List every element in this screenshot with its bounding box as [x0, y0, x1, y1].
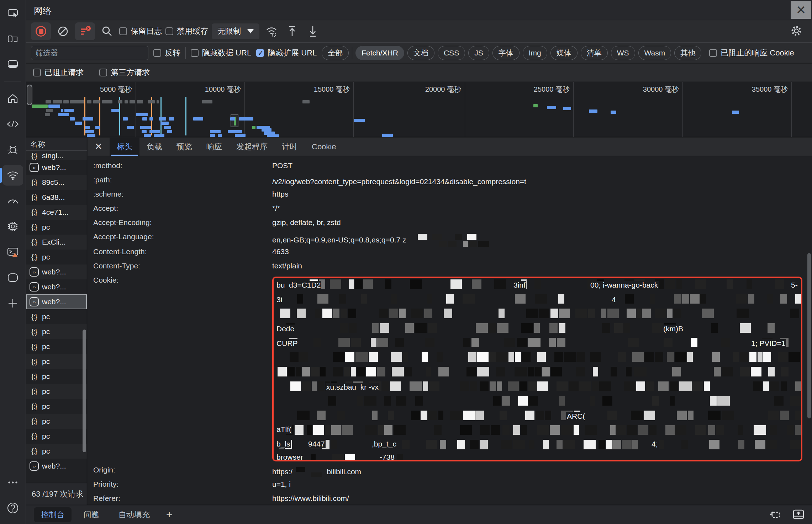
request-row-selected[interactable]: ‹›web?...	[26, 294, 87, 309]
help-icon[interactable]	[2, 498, 23, 518]
settings-gear-button[interactable]	[788, 22, 805, 39]
request-row[interactable]: ‹›web?...	[26, 459, 87, 474]
request-row[interactable]: {:}singl...	[26, 151, 87, 160]
detail-tab-预览[interactable]: 预览	[169, 138, 199, 156]
drawer-tab-自动填充[interactable]: 自动填充	[111, 507, 157, 522]
record-button[interactable]	[31, 22, 51, 40]
redaction-mosaic-cell	[667, 352, 674, 362]
request-row[interactable]: ‹›web?...	[26, 279, 87, 294]
request-row[interactable]: {:}pc	[26, 220, 87, 235]
request-row[interactable]: {:}pc	[26, 399, 87, 414]
network-conditions-button[interactable]	[263, 23, 280, 40]
console-warning-icon[interactable]	[2, 242, 23, 262]
network-overview-timeline[interactable]: 5000 毫秒10000 毫秒15000 毫秒20000 毫秒25000 毫秒3…	[26, 82, 812, 137]
request-row[interactable]: {:}6a38...	[26, 190, 87, 205]
import-har-button[interactable]	[304, 23, 321, 40]
drawer-tab-问题[interactable]: 问题	[77, 507, 106, 522]
detail-tab-cookie[interactable]: Cookie	[305, 138, 343, 156]
export-har-button[interactable]	[284, 23, 301, 40]
request-row[interactable]: {:}pc	[26, 309, 87, 324]
hide-data-urls-checkbox[interactable]: 隐藏数据 URL	[191, 48, 251, 58]
overview-grip[interactable]	[27, 85, 32, 105]
redaction-mosaic-cell	[296, 367, 301, 376]
third-party-requests-checkbox[interactable]: 第三方请求	[99, 67, 150, 78]
filter-button[interactable]	[75, 22, 95, 40]
redaction-mosaic-cell	[349, 279, 354, 289]
detail-tab-负载[interactable]: 负载	[139, 138, 169, 156]
request-row[interactable]: {:}pc	[26, 444, 87, 459]
request-row[interactable]: {:}4ce71...	[26, 205, 87, 220]
request-row[interactable]: {:}pc	[26, 429, 87, 444]
add-panel-icon[interactable]	[2, 293, 23, 314]
window-icon[interactable]	[2, 54, 23, 74]
redaction-mosaic-cell	[515, 367, 527, 376]
bug-icon[interactable]	[2, 139, 23, 160]
redaction-mosaic-cell	[290, 352, 299, 362]
request-row[interactable]: {:}pc	[26, 354, 87, 369]
request-row[interactable]: {:}pc	[26, 384, 87, 399]
document-request-icon: ‹›	[30, 267, 39, 277]
blocked-requests-checkbox[interactable]: 已阻止请求	[33, 67, 84, 78]
filter-chip--[interactable]: 字体	[492, 46, 520, 60]
request-row[interactable]: {:}pc	[26, 414, 87, 429]
memory-icon[interactable]	[2, 216, 23, 237]
request-row[interactable]: {:}ExCli...	[26, 235, 87, 250]
detail-tab-响应[interactable]: 响应	[199, 138, 229, 156]
filter-chip-fetch-xhr[interactable]: Fetch/XHR	[355, 46, 404, 60]
detail-tab-标头[interactable]: 标头	[110, 138, 139, 156]
request-row[interactable]: {:}pc	[26, 250, 87, 264]
name-column-header[interactable]: 名称	[26, 138, 87, 151]
search-button[interactable]	[99, 23, 116, 40]
invert-checkbox[interactable]: 反转	[153, 48, 180, 58]
filter-chip-img[interactable]: Img	[523, 46, 547, 60]
filter-chip--[interactable]: 其他	[674, 46, 701, 60]
waterfall-bar	[63, 100, 69, 103]
code-icon[interactable]	[2, 114, 23, 134]
request-row[interactable]: ‹›web?...	[26, 160, 87, 175]
filter-chip--[interactable]: 媒体	[550, 46, 578, 60]
hide-extension-urls-checkbox[interactable]: 隐藏扩展 URL	[256, 48, 317, 58]
network-icon[interactable]	[2, 165, 23, 186]
request-list-scrollbar[interactable]	[83, 330, 86, 452]
request-row[interactable]: ‹›web?...	[26, 264, 87, 279]
request-row[interactable]: {:}pc	[26, 369, 87, 384]
filter-input[interactable]	[31, 46, 148, 60]
inspect-icon[interactable]	[2, 2, 23, 23]
filter-chip-wasm[interactable]: Wasm	[638, 46, 671, 60]
request-row[interactable]: {:}pc	[26, 324, 87, 339]
timeline-tick-label: 15000 毫秒	[314, 85, 353, 94]
redaction-mosaic-cell	[766, 440, 777, 449]
filter-chip-ws[interactable]: WS	[611, 46, 635, 60]
home-icon[interactable]	[2, 88, 23, 109]
filter-chip-css[interactable]: CSS	[438, 46, 465, 60]
request-row[interactable]: {:}89c5...	[26, 175, 87, 190]
expand-panel-button[interactable]	[791, 507, 806, 523]
close-detail-button[interactable]: ✕	[88, 138, 110, 156]
detail-tab-计时[interactable]: 计时	[275, 138, 305, 156]
close-button[interactable]: ✕	[791, 1, 811, 19]
add-tab-icon[interactable]: +	[162, 509, 177, 521]
checkbox	[709, 49, 717, 57]
blocked-response-cookies-checkbox[interactable]: 已阻止的响应 Cookie	[709, 48, 794, 58]
redaction-mosaic-cell	[450, 279, 462, 289]
filter-chip--[interactable]: 文档	[407, 46, 434, 60]
device-toolbar-icon[interactable]	[2, 28, 23, 49]
filter-chip--[interactable]: 全部	[322, 46, 349, 60]
redaction-mosaic-cell	[330, 279, 341, 289]
redaction-mosaic-cell	[302, 381, 311, 391]
filter-chip-js[interactable]: JS	[468, 46, 489, 60]
detail-scrollbar[interactable]	[807, 253, 811, 418]
application-icon[interactable]	[2, 267, 23, 288]
request-row[interactable]: {:}pc	[26, 339, 87, 354]
performance-icon[interactable]	[2, 191, 23, 211]
drawer-tab-控制台[interactable]: 控制台	[34, 507, 72, 522]
detail-tab-发起程序[interactable]: 发起程序	[229, 138, 275, 156]
redaction-mosaic-cell	[636, 381, 645, 391]
throttling-dropdown[interactable]: 无限制	[212, 23, 259, 39]
filter-chip--[interactable]: 清单	[581, 46, 608, 60]
preserve-log-checkbox[interactable]: 保留日志	[119, 26, 162, 37]
clear-button[interactable]	[54, 23, 72, 40]
disable-cache-checkbox[interactable]: 禁用缓存	[165, 26, 208, 37]
more-icon[interactable]	[2, 472, 23, 493]
restore-panel-button[interactable]	[768, 507, 782, 523]
